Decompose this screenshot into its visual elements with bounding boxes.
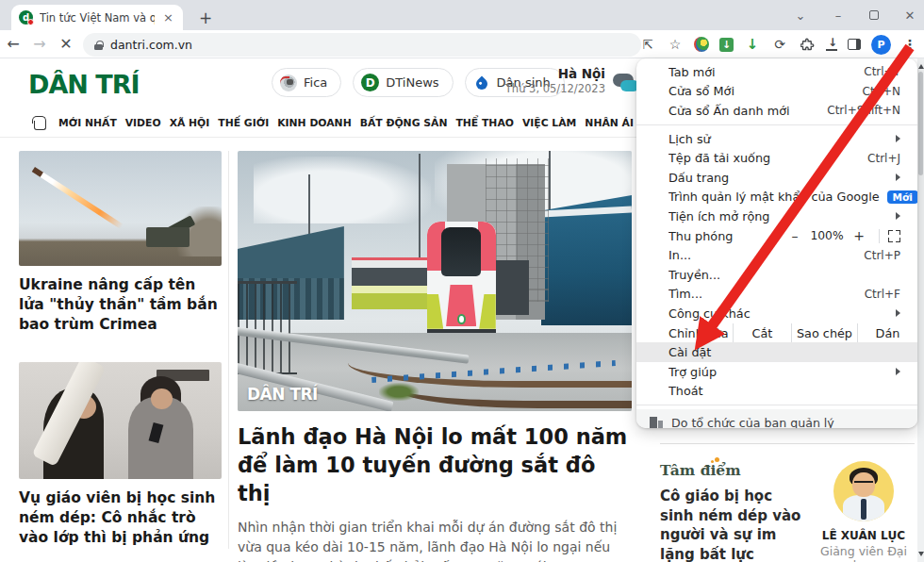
address-bar[interactable]: dantri.com.vn	[83, 33, 641, 57]
side-panel-icon[interactable]	[848, 39, 861, 50]
nav-item-viec-lam[interactable]: VIỆC LÀM	[522, 117, 576, 129]
menu-shortcut: Ctrl+P	[864, 249, 900, 262]
browser-tab[interactable]: d Tin tức Việt Nam và quốc tế nón ×	[11, 5, 183, 30]
menu-item-new-incognito-window[interactable]: Cửa sổ Ẩn danh mớiCtrl+Shift+N	[636, 101, 917, 121]
page-scrollbar[interactable]	[917, 58, 924, 562]
menu-item-cut[interactable]: Cắt	[733, 323, 791, 343]
author-avatar[interactable]	[833, 461, 894, 521]
browser-menu: Tab mớiCtrl+TCửa sổ MớiCtrl+NCửa sổ Ẩn d…	[636, 58, 917, 428]
menu-item-new-tab[interactable]: Tab mớiCtrl+T	[636, 62, 917, 82]
bookmark-star-icon[interactable]: ☆	[667, 36, 684, 53]
downloads-icon[interactable]	[826, 39, 837, 51]
maximize-button[interactable]	[869, 10, 879, 20]
sidebar-section-label[interactable]: Tâm điểm	[660, 461, 741, 479]
article-title[interactable]: Ukraine nâng cấp tên lửa "thủy thần" tầm…	[19, 275, 222, 334]
nav-item-the-gioi[interactable]: THẾ GIỚI	[218, 117, 269, 129]
scrollbar-thumb[interactable]	[918, 72, 923, 175]
article-image-missile[interactable]	[19, 151, 222, 266]
site-logo[interactable]: DÂN TRÍ	[28, 70, 140, 99]
weather-location: Hà Nội	[505, 66, 605, 81]
weather-widget[interactable]: Hà Nội Thứ 3, 05/12/2023	[505, 66, 605, 95]
managed-notice-label: Do tổ chức của bạn quản lý	[671, 416, 834, 428]
fica-globe-icon	[280, 74, 297, 91]
new-tab-button[interactable]: +	[194, 7, 217, 29]
dansinh-drop-icon	[473, 75, 489, 91]
menu-item-label: Tìm...	[668, 287, 865, 301]
scrollbar-down-icon[interactable]	[918, 552, 924, 559]
site-favicon-icon: d	[19, 10, 33, 25]
pill-fica[interactable]: Fica	[272, 68, 341, 97]
opinion-sidebar: Tâm điểm Cô giáo bị học sinh ném dép vào…	[651, 443, 918, 562]
menu-item-extensions[interactable]: Tiện ích mở rộng	[636, 207, 917, 226]
menu-item-more-tools[interactable]: Công cụ khác	[636, 304, 917, 323]
hero-image-train[interactable]: DÂN TRÍ	[238, 151, 632, 411]
green-download-arrow-icon[interactable]: ↓	[744, 36, 761, 53]
home-icon[interactable]	[32, 116, 48, 130]
menu-item-downloads[interactable]: Tệp đã tải xuốngCtrl+J	[636, 148, 917, 168]
menu-item-print[interactable]: In...Ctrl+P	[636, 245, 917, 265]
menu-item-settings[interactable]: Cài đặt	[636, 342, 917, 362]
menu-item-exit[interactable]: Thoát	[636, 382, 917, 402]
menu-item-label: Cửa sổ Mới	[668, 84, 863, 98]
pill-dtinews[interactable]: D DTiNews	[353, 68, 453, 97]
menu-item-zoom[interactable]: Thu phóng–100%+	[636, 226, 917, 246]
menu-item-bookmarks[interactable]: Dấu trang	[636, 168, 917, 188]
download-manager-icon[interactable]: ↓	[719, 38, 734, 52]
nav-item-bat-dong-san[interactable]: BẤT ĐỘNG SẢN	[360, 117, 448, 129]
tab-strip: d Tin tức Việt Nam và quốc tế nón × + ⌄ …	[0, 0, 924, 30]
tab-search-icon[interactable]: ⌄	[794, 8, 807, 23]
submenu-arrow-icon	[896, 135, 900, 142]
profile-avatar[interactable]: P	[871, 35, 891, 55]
menu-item-copy[interactable]: Sao chép	[791, 323, 857, 343]
main-article-summary: Nhìn nhận thời gian triển khai mỗi dự án…	[238, 518, 632, 562]
article-title[interactable]: Vụ giáo viên bị học sinh ném dép: Cô nhắ…	[19, 488, 222, 547]
menu-item-edit[interactable]: Chỉnh sửaCắtSao chépDán	[636, 323, 917, 343]
menu-item-label: Thu phóng	[668, 229, 784, 243]
nav-item-xa-hoi[interactable]: XÃ HỘI	[170, 117, 210, 129]
menu-item-cast[interactable]: Truyền...	[636, 265, 917, 285]
menu-item-history[interactable]: Lịch sử	[636, 129, 917, 149]
author-name[interactable]: LÊ XUÂN LỤC	[809, 529, 918, 542]
menu-item-label: Công cụ khác	[668, 306, 896, 321]
submenu-arrow-icon	[896, 212, 900, 220]
menu-item-help[interactable]: Trợ giúp	[636, 362, 917, 382]
share-icon[interactable]: ⇱	[639, 36, 656, 53]
menu-item-label: In...	[668, 248, 864, 262]
menu-item-paste[interactable]: Dán	[857, 323, 917, 343]
menu-item-password-manager[interactable]: Trình quản lý mật khẩu của GoogleMới	[636, 188, 917, 207]
menu-shortcut: Ctrl+J	[867, 152, 900, 165]
menu-item-label: Cài đặt	[668, 345, 900, 359]
close-window-button[interactable]: ✕	[903, 8, 916, 23]
menu-item-managed-notice[interactable]: Do tổ chức của bạn quản lý	[636, 409, 917, 428]
menu-item-find[interactable]: Tìm...Ctrl+F	[636, 285, 917, 305]
nav-item-kinh-doanh[interactable]: KINH DOANH	[277, 117, 352, 129]
fullscreen-icon[interactable]	[888, 230, 900, 242]
back-button[interactable]: ←	[0, 35, 26, 53]
article-image-classroom[interactable]	[19, 362, 222, 479]
image-watermark: DÂN TRÍ	[247, 385, 318, 404]
main-article-title[interactable]: Lãnh đạo Hà Nội lo mất 100 năm để làm 10…	[238, 423, 632, 508]
menu-item-new-window[interactable]: Cửa sổ MớiCtrl+N	[636, 82, 917, 102]
idm-extension-icon[interactable]	[694, 37, 709, 52]
author-role: Giảng viên Đại học	[809, 544, 918, 562]
pill-dtinews-label: DTiNews	[386, 75, 438, 90]
nav-item-video[interactable]: VIDEO	[125, 117, 161, 129]
zoom-in-button[interactable]: +	[848, 228, 870, 243]
menu-shortcut: Ctrl+N	[863, 85, 900, 98]
tab-close-icon[interactable]: ×	[161, 10, 175, 25]
forward-button[interactable]: →	[26, 35, 53, 53]
nav-item-the-thao[interactable]: THỂ THAO	[455, 117, 513, 129]
minimize-button[interactable]: –	[832, 8, 845, 23]
nav-item-nhan-ai[interactable]: NHÂN ÁI	[585, 117, 634, 129]
zoom-out-button[interactable]: –	[784, 228, 806, 243]
menu-item-label: Lịch sử	[668, 132, 896, 146]
sync-extension-icon[interactable]: ⟳	[771, 36, 788, 53]
stop-loading-button[interactable]: ✕	[53, 35, 79, 53]
nav-item-moi-nhat[interactable]: MỚI NHẤT	[58, 117, 117, 129]
menu-item-label: Tệp đã tải xuống	[668, 151, 867, 165]
extensions-puzzle-icon[interactable]	[799, 36, 816, 53]
url-text: dantri.com.vn	[110, 38, 192, 52]
menu-dots-icon[interactable]: ⋮	[901, 36, 918, 53]
sidebar-article-title[interactable]: Cô giáo bị học sinh ném dép vào người và…	[660, 487, 809, 562]
scrollbar-up-icon[interactable]	[918, 61, 924, 69]
